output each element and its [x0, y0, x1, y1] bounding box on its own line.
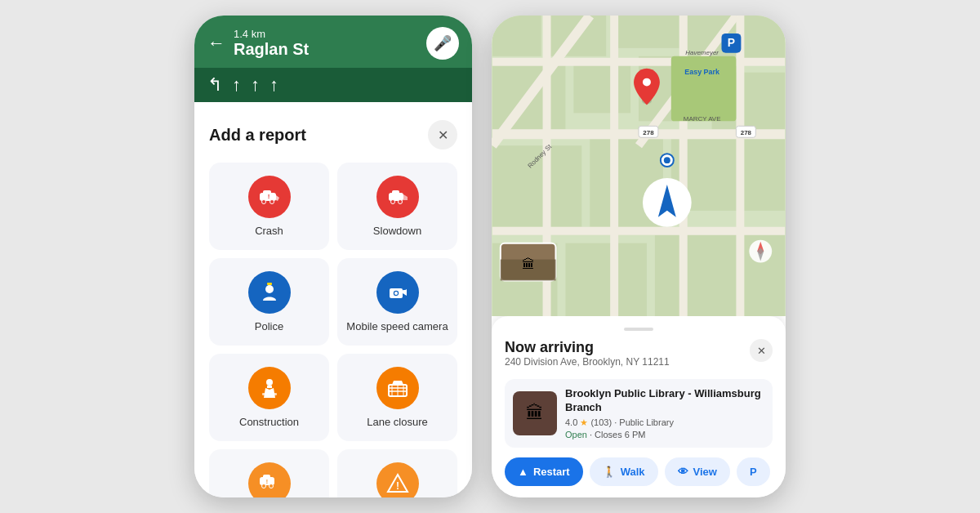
- hazard-icon: !: [248, 462, 291, 497]
- svg-text:!: !: [267, 193, 270, 200]
- place-thumbnail: 🏛: [513, 391, 557, 435]
- svg-point-9: [265, 285, 274, 293]
- speed-camera-label: Mobile speed camera: [346, 320, 448, 332]
- svg-text:278: 278: [741, 129, 752, 136]
- svg-rect-37: [573, 65, 630, 114]
- lane-closure-icon: [376, 367, 419, 409]
- svg-point-7: [390, 200, 394, 204]
- police-icon: [248, 271, 291, 314]
- report-item-construction[interactable]: Construction: [209, 354, 329, 441]
- svg-text:P: P: [728, 36, 735, 49]
- svg-text:!: !: [265, 479, 267, 484]
- left-phone: ← 1.4 km Raglan St 🎤 ↰ ↑ ↑ ↑ Add a repor…: [194, 16, 472, 497]
- report-item-hazard[interactable]: ! Hazard: [209, 449, 329, 497]
- view-button[interactable]: 👁 View: [665, 457, 730, 486]
- turn-up-arrow3: ↑: [270, 74, 278, 96]
- walk-button[interactable]: 🚶 Walk: [590, 457, 658, 486]
- place-card: 🏛 Brooklyn Public Library - Williamsburg…: [505, 379, 773, 448]
- police-label: Police: [255, 320, 283, 332]
- turn-up-arrow1: ↑: [232, 74, 241, 96]
- main-container: ← 1.4 km Raglan St 🎤 ↰ ↑ ↑ ↑ Add a repor…: [0, 0, 980, 513]
- svg-text:🏛: 🏛: [522, 257, 535, 271]
- svg-point-15: [266, 379, 273, 386]
- speed-camera-icon: [376, 271, 419, 314]
- lane-closure-label: Lane closure: [367, 416, 427, 428]
- action-buttons: ▲ Restart 🚶 Walk 👁 View P: [505, 457, 773, 486]
- svg-rect-34: [614, 16, 679, 48]
- closing-time: · Closes 6 PM: [590, 430, 645, 439]
- restart-label: Restart: [533, 466, 570, 478]
- report-grid: ! Crash: [209, 163, 457, 497]
- crash-icon: !: [248, 176, 291, 218]
- place-category: Public Library: [619, 417, 674, 427]
- arriving-title: Now arriving: [505, 339, 670, 356]
- svg-point-2: [261, 200, 265, 204]
- modal-header: Add a report ✕: [209, 120, 457, 149]
- arriving-close-button[interactable]: ✕: [750, 339, 773, 362]
- svg-text:MARCY AVE: MARCY AVE: [684, 115, 721, 123]
- svg-point-8: [398, 200, 402, 204]
- report-item-speed-trap[interactable]: ! Speed trap: [337, 449, 457, 497]
- construction-label: Construction: [239, 416, 299, 428]
- svg-point-67: [643, 78, 651, 87]
- right-phone: 278 278 Havemeyer MARCY AVE Rodney St P …: [492, 16, 786, 497]
- report-modal: Add a report ✕ !: [194, 105, 472, 497]
- svg-point-27: [269, 484, 273, 488]
- place-status: Open · Closes 6 PM: [565, 430, 764, 439]
- turn-up-arrow2: ↑: [251, 74, 260, 96]
- arriving-header: Now arriving 240 Division Ave, Brooklyn,…: [505, 339, 773, 376]
- svg-text:278: 278: [643, 129, 654, 136]
- park-label: P: [750, 466, 757, 478]
- svg-point-69: [664, 157, 670, 163]
- nav-back-arrow: ←: [207, 33, 225, 54]
- card-handle: [624, 328, 653, 331]
- arriving-text-block: Now arriving 240 Division Ave, Brooklyn,…: [505, 339, 670, 376]
- report-item-crash[interactable]: ! Crash: [209, 163, 329, 250]
- place-info: Brooklyn Public Library - Williamsburg B…: [565, 387, 764, 439]
- walk-label: Walk: [621, 466, 645, 478]
- restart-button[interactable]: ▲ Restart: [505, 457, 583, 486]
- svg-rect-6: [392, 190, 399, 196]
- park-button[interactable]: P: [737, 457, 770, 486]
- report-item-speed-camera[interactable]: Mobile speed camera: [337, 258, 457, 346]
- view-label: View: [693, 466, 717, 478]
- nav-info: 1.4 km Raglan St: [234, 28, 418, 59]
- svg-text:Havemeyer: Havemeyer: [685, 49, 719, 56]
- view-icon: 👁: [678, 466, 688, 478]
- place-name: Brooklyn Public Library - Williamsburg B…: [565, 387, 764, 415]
- svg-rect-52: [736, 16, 744, 316]
- svg-point-3: [270, 200, 274, 204]
- review-count: (103): [590, 417, 612, 427]
- turn-arrows-bar: ↰ ↑ ↑ ↑: [194, 68, 472, 102]
- report-item-police[interactable]: Police: [209, 258, 329, 346]
- map-canvas: 278 278 Havemeyer MARCY AVE Rodney St P …: [492, 16, 786, 316]
- rating-value: 4.0: [565, 417, 577, 427]
- slowdown-icon: [376, 176, 419, 218]
- svg-rect-17: [262, 393, 277, 395]
- nav-mic-button[interactable]: 🎤: [426, 27, 459, 60]
- map-area[interactable]: 278 278 Havemeyer MARCY AVE Rodney St P …: [492, 16, 786, 316]
- svg-rect-32: [492, 16, 541, 56]
- walk-icon: 🚶: [603, 466, 616, 478]
- crash-label: Crash: [255, 225, 283, 237]
- construction-icon: [248, 367, 291, 409]
- restart-icon: ▲: [518, 466, 528, 478]
- nav-street: Raglan St: [234, 40, 418, 59]
- place-rating: 4.0 ★ (103) · Public Library: [565, 417, 764, 428]
- svg-point-26: [261, 484, 265, 488]
- arriving-address: 240 Division Ave, Brooklyn, NY 11211: [505, 356, 670, 368]
- report-item-slowdown[interactable]: Slowdown: [337, 163, 457, 250]
- nav-distance: 1.4 km: [234, 28, 418, 40]
- modal-title: Add a report: [209, 126, 306, 145]
- arriving-card: Now arriving 240 Division Ave, Brooklyn,…: [492, 316, 786, 497]
- report-item-lane-closure[interactable]: Lane closure: [337, 354, 457, 441]
- svg-rect-10: [267, 283, 272, 285]
- open-status: Open: [565, 430, 587, 439]
- slowdown-label: Slowdown: [373, 225, 421, 237]
- svg-rect-44: [565, 243, 647, 317]
- svg-text:!: !: [396, 480, 399, 492]
- speed-trap-icon: !: [376, 462, 419, 497]
- modal-close-button[interactable]: ✕: [428, 120, 457, 149]
- turn-left-arrow: ↰: [207, 74, 222, 96]
- svg-point-13: [394, 292, 398, 295]
